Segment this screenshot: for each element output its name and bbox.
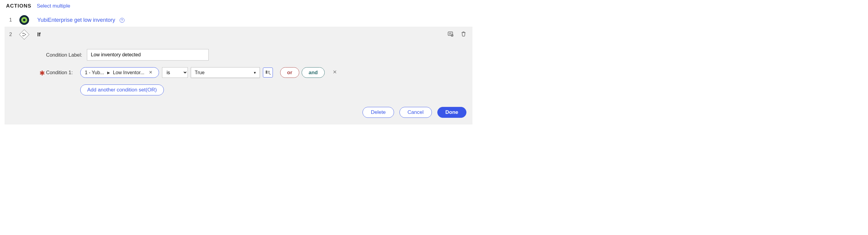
annotation-icon[interactable] [447, 31, 454, 38]
pill-source: 1 - Yub... [85, 70, 104, 76]
required-marker: ✱ [39, 69, 46, 77]
svg-point-0 [23, 33, 23, 34]
condition-label-input[interactable] [87, 49, 209, 61]
select-multiple-link[interactable]: Select multiple [37, 3, 70, 9]
or-button[interactable]: or [280, 67, 299, 78]
add-condition-set-button[interactable]: Add another condition set(OR) [80, 85, 164, 95]
step-row-2[interactable]: 2 If [4, 27, 472, 42]
step-number: 1 [4, 17, 17, 23]
clear-pill-icon[interactable] [149, 70, 153, 75]
value-text: True [195, 70, 205, 76]
step-label: If [37, 31, 40, 37]
remove-condition-icon[interactable] [331, 69, 338, 76]
data-picker-button[interactable] [263, 67, 273, 78]
data-pill[interactable]: 1 - Yub... ▶ Low Inventor... [80, 67, 159, 78]
done-button[interactable]: Done [437, 107, 467, 118]
step-label[interactable]: YubiEnterprise get low inventory [37, 17, 115, 23]
chevron-right-icon: ▶ [107, 70, 110, 75]
step-number: 2 [4, 32, 17, 37]
svg-rect-6 [266, 72, 267, 73]
help-icon[interactable]: ? [120, 18, 124, 23]
and-button[interactable]: and [302, 67, 325, 78]
branch-icon [19, 29, 29, 40]
delete-button[interactable]: Delete [363, 107, 394, 118]
condition-1-label: Condition 1: [46, 70, 80, 76]
delete-icon[interactable] [461, 31, 466, 38]
cancel-button[interactable]: Cancel [400, 107, 432, 118]
condition-label-text: Condition Label: [46, 52, 87, 58]
step-row-1[interactable]: 1 YubiEnterprise get low inventory ? [4, 13, 472, 27]
svg-point-2 [25, 34, 26, 35]
svg-rect-5 [266, 71, 267, 72]
svg-point-1 [23, 35, 23, 36]
pill-field: Low Inventor... [113, 70, 145, 76]
condition-panel: Condition Label: ✱ Condition 1: 1 - Yub.… [4, 42, 472, 124]
value-select[interactable]: True ▼ [191, 67, 260, 78]
section-title: ACTIONS [6, 3, 31, 9]
yubico-icon [20, 15, 29, 25]
operator-select[interactable]: is [162, 67, 188, 78]
chevron-down-icon: ▼ [253, 71, 256, 75]
